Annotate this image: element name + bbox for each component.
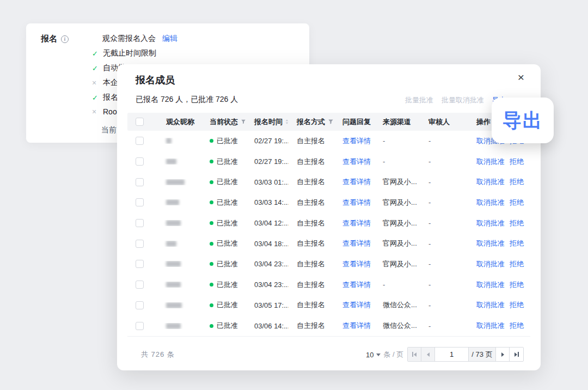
status-text: 已批准 <box>217 321 238 331</box>
view-details-link[interactable]: 查看详情 <box>342 136 371 146</box>
source-channel: 官网及小... <box>375 198 420 208</box>
header-time[interactable]: 报名时间 <box>246 117 289 127</box>
audience-nickname-blurred <box>166 179 185 185</box>
view-details-link[interactable]: 查看详情 <box>342 177 371 187</box>
registration-time: 03/05 17:... <box>246 301 289 309</box>
registration-method: 自主报名 <box>289 177 334 187</box>
status-dot-icon <box>210 283 213 287</box>
reviewer: - <box>420 157 468 166</box>
registration-method: 自主报名 <box>289 239 334 248</box>
registration-summary-counts: 已报名 726 人，已批准 726 人 <box>136 95 238 105</box>
current-page-input[interactable]: 1 <box>435 348 469 361</box>
edit-link[interactable]: 编辑 <box>162 34 177 44</box>
reject-link[interactable]: 拒绝 <box>510 259 524 269</box>
audience-nickname-blurred <box>166 159 176 164</box>
row-checkbox[interactable] <box>136 219 144 227</box>
checklist-item-label: 无截止时间限制 <box>103 48 156 58</box>
close-icon[interactable]: × <box>513 70 529 85</box>
reject-link[interactable]: 拒绝 <box>510 321 524 331</box>
reject-link[interactable]: 拒绝 <box>510 218 524 228</box>
reviewer: - <box>420 198 468 206</box>
header-method[interactable]: 报名方式 <box>289 117 334 127</box>
cancel-approve-link[interactable]: 取消批准 <box>476 177 505 187</box>
header-status[interactable]: 当前状态 <box>201 117 246 127</box>
source-channel: - <box>375 281 420 289</box>
status-dot-icon <box>210 242 213 246</box>
status-text: 已批准 <box>217 177 238 187</box>
last-page-button[interactable] <box>510 348 523 361</box>
row-checkbox[interactable] <box>136 281 144 289</box>
view-details-link[interactable]: 查看详情 <box>342 157 371 167</box>
table-row: 已批准 03/03 01:... 自主报名 查看详情 官网及小... - 取消批… <box>127 172 531 192</box>
cancel-approve-link[interactable]: 取消批准 <box>476 280 505 290</box>
filter-icon[interactable] <box>241 119 246 125</box>
cancel-approve-link[interactable]: 取消批准 <box>476 157 505 167</box>
view-details-link[interactable]: 查看详情 <box>342 280 371 290</box>
cancel-approve-link[interactable]: 取消批准 <box>476 198 505 208</box>
registration-summary: 观众需报名入会 <box>102 34 156 44</box>
modal-title: 报名成员 <box>136 74 175 87</box>
registration-method: 自主报名 <box>289 198 334 208</box>
reject-link[interactable]: 拒绝 <box>510 239 524 248</box>
checklist-item: ✓ 无截止时间限制 <box>92 48 156 58</box>
reject-link[interactable]: 拒绝 <box>510 157 524 167</box>
table-body: 已批准 02/27 19:... 自主报名 查看详情 - - 取消批准 拒绝 已… <box>127 131 531 336</box>
export-callout-bubble[interactable]: 导出 <box>492 97 554 143</box>
row-checkbox[interactable] <box>136 198 144 206</box>
source-channel: 官网及小... <box>375 177 420 187</box>
first-page-button[interactable] <box>408 348 421 361</box>
cancel-approve-link[interactable]: 取消批准 <box>476 321 505 331</box>
cancel-approve-link[interactable]: 取消批准 <box>476 218 505 228</box>
registration-time: 02/27 19:... <box>246 157 289 166</box>
row-checkbox[interactable] <box>136 240 144 248</box>
prev-page-button[interactable] <box>421 348 435 361</box>
row-checkbox[interactable] <box>136 301 144 309</box>
table-row: 已批准 03/04 12:... 自主报名 查看详情 官网及小... - 取消批… <box>127 213 531 234</box>
row-checkbox[interactable] <box>136 178 144 186</box>
cancel-approve-link[interactable]: 取消批准 <box>476 300 505 310</box>
view-details-link[interactable]: 查看详情 <box>342 321 371 331</box>
table-row: 已批准 03/04 23:... 自主报名 查看详情 官网及小... - 取消批… <box>127 254 531 275</box>
select-all-checkbox[interactable] <box>136 118 144 126</box>
view-details-link[interactable]: 查看详情 <box>342 259 371 269</box>
cancel-approve-link[interactable]: 取消批准 <box>476 239 505 248</box>
cancel-approve-link[interactable]: 取消批准 <box>476 259 505 269</box>
row-checkbox[interactable] <box>136 260 144 268</box>
audience-nickname-blurred <box>166 199 179 205</box>
registration-method: 自主报名 <box>289 136 334 146</box>
source-channel: 微信公众... <box>375 300 420 310</box>
reject-link[interactable]: 拒绝 <box>510 177 524 187</box>
registration-time: 03/04 18:... <box>246 240 289 248</box>
audience-nickname-blurred <box>166 302 182 308</box>
registration-time: 02/27 19:... <box>246 137 289 145</box>
batch-cancel-approve-button[interactable]: 批量取消批准 <box>442 95 484 105</box>
reject-link[interactable]: 拒绝 <box>510 280 524 290</box>
view-details-link[interactable]: 查看详情 <box>342 218 371 228</box>
view-details-link[interactable]: 查看详情 <box>342 239 371 248</box>
info-icon[interactable]: i <box>61 35 69 43</box>
status-dot-icon <box>210 180 213 184</box>
reject-link[interactable]: 拒绝 <box>510 198 524 208</box>
source-channel: 官网及小... <box>375 239 420 248</box>
next-page-button[interactable] <box>496 348 510 361</box>
row-checkbox[interactable] <box>136 137 144 145</box>
row-checkbox[interactable] <box>136 322 144 330</box>
row-checkbox[interactable] <box>136 157 144 166</box>
status-dot-icon <box>210 303 213 307</box>
filter-icon[interactable] <box>328 119 334 125</box>
batch-approve-button[interactable]: 批量批准 <box>405 95 433 105</box>
reviewer: - <box>420 240 468 248</box>
view-details-link[interactable]: 查看详情 <box>342 198 371 208</box>
status-text: 已批准 <box>217 157 238 167</box>
last-page-icon <box>514 352 517 357</box>
registration-time: 03/04 12:... <box>246 219 289 227</box>
reject-link[interactable]: 拒绝 <box>510 300 524 310</box>
registration-time: 03/06 14:... <box>246 322 289 330</box>
table-row: 已批准 02/27 19:... 自主报名 查看详情 - - 取消批准 拒绝 <box>127 151 531 172</box>
source-channel: 微信公众... <box>375 321 420 331</box>
page-size-select[interactable]: 10 条 / 页 <box>366 350 403 359</box>
view-details-link[interactable]: 查看详情 <box>342 300 371 310</box>
batch-actions: 批量批准 批量取消批准 导出 <box>405 95 506 105</box>
page-size-suffix: 条 / 页 <box>383 350 403 359</box>
page-size-value: 10 <box>366 351 373 359</box>
